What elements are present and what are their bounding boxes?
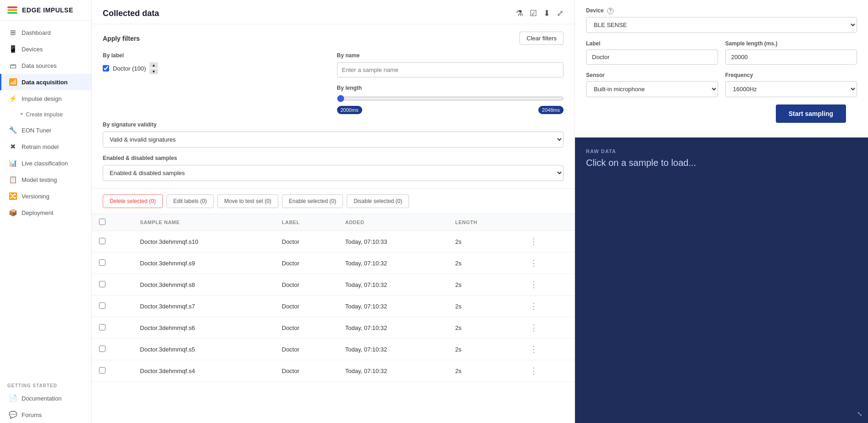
- scroll-down-button[interactable]: ▼: [149, 69, 158, 74]
- row-menu-button[interactable]: ⋮: [527, 322, 541, 333]
- by-length-label: By length: [337, 85, 564, 91]
- devices-icon: 📱: [9, 45, 17, 53]
- disable-selected-button[interactable]: Disable selected (0): [347, 194, 409, 208]
- enable-selected-button[interactable]: Enable selected (0): [282, 194, 343, 208]
- row-checkbox[interactable]: [99, 281, 105, 287]
- row-checkbox[interactable]: [99, 346, 105, 352]
- sensor-label: Sensor: [586, 72, 718, 78]
- logo: EDGE IMPULSE: [0, 0, 91, 21]
- table-body: Doctor.3dehmmqf.s10 Doctor Today, 07:10:…: [92, 231, 575, 382]
- added-cell: Today, 07:10:32: [338, 296, 448, 317]
- panel-header: Collected data ⚗ ☑ ⬇ ⤢: [92, 0, 575, 24]
- label-cell: Doctor: [275, 296, 338, 317]
- nav-item-label: Documentation: [22, 395, 61, 402]
- clear-filters-button[interactable]: Clear filters: [520, 32, 564, 45]
- main-content: Collected data ⚗ ☑ ⬇ ⤢ Apply filters Cle…: [92, 0, 868, 423]
- row-checkbox[interactable]: [99, 367, 105, 374]
- label-cell: Doctor: [275, 360, 338, 382]
- enabled-select[interactable]: Enabled & disabled samples Enabled sampl…: [103, 165, 564, 181]
- sample-name-cell: Doctor.3dehmmqf.s4: [133, 360, 274, 382]
- nav-item-label: Model testing: [22, 176, 57, 183]
- filter-icon[interactable]: ⚗: [516, 8, 523, 18]
- sidebar-item-forums[interactable]: 💬Forums: [0, 407, 91, 423]
- row-menu-button[interactable]: ⋮: [527, 344, 541, 355]
- label-input[interactable]: [586, 49, 718, 65]
- frequency-label: Frequency: [725, 72, 857, 78]
- added-cell: Today, 07:10:32: [338, 317, 448, 339]
- bullet-icon: •: [20, 110, 23, 119]
- left-panel: Collected data ⚗ ☑ ⬇ ⤢ Apply filters Cle…: [92, 0, 575, 423]
- sample-length-input[interactable]: [725, 49, 857, 65]
- select-all-checkbox[interactable]: [99, 219, 105, 225]
- row-checkbox[interactable]: [99, 238, 105, 244]
- nav-item-label: Create impulse: [26, 111, 63, 118]
- length-cell: 2s: [448, 296, 520, 317]
- sidebar-item-eon-tuner[interactable]: 🔧EON Tuner: [0, 122, 91, 138]
- sidebar-item-devices[interactable]: 📱Devices: [0, 41, 91, 57]
- row-menu-button[interactable]: ⋮: [527, 236, 541, 247]
- col-length: LENGTH: [448, 214, 520, 231]
- col-label: LABEL: [275, 214, 338, 231]
- checkbox-icon[interactable]: ☑: [530, 8, 537, 18]
- sidebar-item-create-impulse[interactable]: •Create impulse: [0, 107, 91, 122]
- frequency-select[interactable]: 16000Hz 8000Hz 44100Hz: [725, 81, 857, 97]
- signature-select[interactable]: Valid & invalid signatures Valid signatu…: [103, 132, 564, 148]
- length-range-min[interactable]: [337, 95, 564, 102]
- move-to-test-button[interactable]: Move to test set (0): [217, 194, 278, 208]
- data-table-container: SAMPLE NAME LABEL ADDED LENGTH Doctor.3d…: [92, 214, 575, 382]
- device-help-icon[interactable]: ?: [607, 8, 614, 14]
- documentation-icon: 📄: [9, 394, 17, 402]
- sample-name-input[interactable]: [337, 62, 564, 77]
- col-sample-name: SAMPLE NAME: [133, 214, 274, 231]
- sidebar-item-dashboard[interactable]: ⊞Dashboard: [0, 24, 91, 41]
- row-checkbox[interactable]: [99, 302, 105, 309]
- sidebar-item-impulse-design[interactable]: ⚡Impulse design: [0, 90, 91, 107]
- enabled-disabled-filter: Enabled & disabled samples Enabled & dis…: [103, 155, 564, 181]
- label-field-label: Label: [586, 40, 718, 47]
- sidebar-item-retrain-model[interactable]: ✖Retrain model: [0, 138, 91, 155]
- sidebar-item-model-testing[interactable]: 📋Model testing: [0, 171, 91, 188]
- table-row: Doctor.3dehmmqf.s7 Doctor Today, 07:10:3…: [92, 296, 575, 317]
- expand-icon[interactable]: ⤢: [557, 8, 564, 18]
- row-checkbox[interactable]: [99, 259, 105, 266]
- device-select[interactable]: BLE SENSE Arduino Nano 33 BLE Custom boa…: [586, 17, 857, 33]
- row-checkbox[interactable]: [99, 324, 105, 330]
- scroll-up-button[interactable]: ▲: [149, 62, 158, 68]
- live-classification-icon: 📊: [9, 159, 17, 167]
- label-cell: Doctor: [275, 317, 338, 339]
- sidebar-item-documentation[interactable]: 📄Documentation: [0, 390, 91, 407]
- nav-item-label: Devices: [22, 46, 43, 53]
- start-sampling-button[interactable]: Start sampling: [776, 104, 846, 123]
- row-menu-button[interactable]: ⋮: [527, 258, 541, 269]
- sidebar-item-live-classification[interactable]: 📊Live classification: [0, 155, 91, 171]
- by-name-label: By name: [337, 52, 564, 59]
- delete-selected-button[interactable]: Delete selected (0): [103, 194, 163, 208]
- download-icon[interactable]: ⬇: [543, 8, 550, 18]
- by-label-label: By label: [103, 52, 330, 59]
- row-menu-button[interactable]: ⋮: [527, 301, 541, 312]
- resize-handle[interactable]: ⤡: [857, 410, 862, 418]
- bulk-actions: Delete selected (0) Edit labels (0) Move…: [92, 189, 575, 214]
- sample-length-label: Sample length (ms.): [725, 40, 857, 47]
- frequency-group: Frequency 16000Hz 8000Hz 44100Hz: [725, 72, 857, 97]
- nav-item-label: Forums: [22, 412, 42, 418]
- sidebar-item-deployment[interactable]: 📦Deployment: [0, 204, 91, 221]
- right-panel-form: Device ? BLE SENSE Arduino Nano 33 BLE C…: [575, 0, 868, 137]
- filters-title: Apply filters: [103, 35, 140, 42]
- forums-icon: 💬: [9, 411, 17, 419]
- deployment-icon: 📦: [9, 209, 17, 217]
- table-row: Doctor.3dehmmqf.s5 Doctor Today, 07:10:3…: [92, 339, 575, 360]
- row-menu-button[interactable]: ⋮: [527, 365, 541, 376]
- sidebar-item-data-acquisition[interactable]: 📶Data acquisition: [0, 74, 91, 90]
- sidebar-item-versioning[interactable]: 🔀Versioning: [0, 188, 91, 204]
- added-cell: Today, 07:10:33: [338, 231, 448, 253]
- doctor-checkbox[interactable]: [103, 65, 109, 71]
- sample-name-cell: Doctor.3dehmmqf.s6: [133, 317, 274, 339]
- sample-length-group: Sample length (ms.): [725, 40, 857, 65]
- sidebar-item-data-sources[interactable]: 🗃Data sources: [0, 57, 91, 74]
- device-label: Device ?: [586, 7, 857, 14]
- sensor-select[interactable]: Built-in microphone Accelerometer: [586, 81, 718, 97]
- edit-labels-button[interactable]: Edit labels (0): [166, 194, 214, 208]
- row-menu-button[interactable]: ⋮: [527, 279, 541, 290]
- added-cell: Today, 07:10:32: [338, 274, 448, 296]
